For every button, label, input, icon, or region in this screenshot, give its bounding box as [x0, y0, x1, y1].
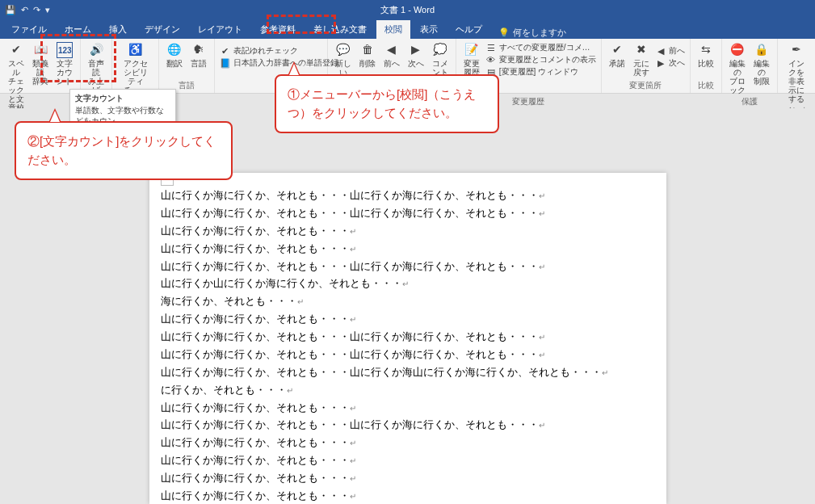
- tell-me-label: 何をしますか: [513, 27, 566, 39]
- document-line[interactable]: 山に行くか海に行くか、それとも・・・↵: [161, 488, 655, 504]
- accept-button[interactable]: ✔承諾: [607, 40, 628, 69]
- document-line[interactable]: 山に行くか海に行くか、それとも・・・↵: [161, 241, 655, 258]
- prev-comment-button[interactable]: ◀前へ: [381, 40, 402, 69]
- tab-mailings[interactable]: 差し込み文書: [305, 20, 375, 39]
- comment-icon: 💬: [335, 42, 351, 58]
- spelling-variants-button[interactable]: ✔表記ゆれチェック: [220, 45, 322, 57]
- accept-icon: ✔: [609, 42, 625, 58]
- redo-icon[interactable]: ↷: [33, 5, 40, 15]
- show-markup-dropdown[interactable]: 👁変更履歴とコメントの表示: [485, 54, 596, 65]
- display-for-review-dropdown[interactable]: ☰すべての変更履歴/コメ…: [485, 42, 596, 53]
- check-icon: ✔: [220, 45, 231, 57]
- dropdown-icon: ☰: [485, 42, 497, 53]
- track-icon: 📝: [464, 42, 480, 58]
- next-change-button[interactable]: ▶次へ: [655, 57, 685, 69]
- compare-button[interactable]: ⇆比較: [695, 40, 716, 69]
- group-ink: ✒インクを非表 示にする インク: [778, 39, 815, 93]
- reject-icon: ✖: [633, 42, 649, 58]
- tab-review[interactable]: 校閲: [376, 20, 410, 39]
- block-icon: ⛔: [729, 42, 746, 58]
- translate-button[interactable]: 🌐 翻訳: [164, 40, 185, 69]
- tab-layout[interactable]: レイアウト: [190, 20, 250, 39]
- group-proofing: ✔ スペル チェック と文章校正 📖 類義語 辞典 123 文字 カウント 文章…: [0, 39, 81, 93]
- next-comment-button[interactable]: ▶次へ: [405, 40, 426, 69]
- tab-help[interactable]: ヘルプ: [447, 20, 490, 39]
- quick-access-toolbar: 💾 ↶ ↷ ▾: [5, 5, 50, 15]
- readaloud-icon: 🔊: [88, 42, 104, 58]
- eye-icon: 👁: [485, 54, 497, 65]
- tab-design[interactable]: デザイン: [137, 20, 188, 39]
- group-compare: ⇆比較 比較: [691, 39, 722, 93]
- ime-register-button[interactable]: 📘日本語入力辞書への単語登録: [220, 57, 322, 69]
- document-line[interactable]: 山に行くか海に行くか、それとも・・・山に行くか海に行くか、それとも・・・↵: [161, 417, 655, 435]
- tab-home[interactable]: ホーム: [57, 20, 99, 39]
- prev-change-button[interactable]: ◀前へ: [655, 45, 685, 57]
- lock-icon: 🔒: [754, 42, 770, 58]
- document-page[interactable]: 山に行くか海に行くか、それとも・・・山に行くか海に行くか、それとも・・・↵山に行…: [149, 173, 666, 504]
- tab-file[interactable]: ファイル: [3, 20, 55, 39]
- document-line[interactable]: 山に行くか山に行くか海に行くか、それとも・・・↵: [161, 275, 655, 293]
- show-comments-icon: 💭: [432, 42, 448, 58]
- group-language: 🌐 翻訳 🗣 言語 言語: [159, 39, 215, 93]
- wordcount-icon: 123: [57, 42, 73, 58]
- restrict-editing-button[interactable]: 🔒編集の 制限: [751, 40, 772, 87]
- next-change-icon: ▶: [655, 57, 666, 69]
- titlebar: 💾 ↶ ↷ ▾ 文書 1 - Word: [0, 0, 815, 19]
- book-icon: 📘: [220, 57, 231, 69]
- callout-review-tab: ①メニューバーから[校閲]（こうえつ）をクリックしてください。: [275, 74, 499, 133]
- document-line[interactable]: 山に行くか海に行くか、それとも・・・山に行くか海山に行くか海に行くか、それとも・…: [161, 364, 655, 382]
- thesaurus-button[interactable]: 📖 類義語 辞典: [30, 40, 51, 87]
- language-button[interactable]: 🗣 言語: [188, 40, 209, 69]
- wordcount-button[interactable]: 123 文字 カウント: [54, 40, 75, 87]
- delete-icon: 🗑: [359, 42, 376, 58]
- document-line[interactable]: 山に行くか海に行くか、それとも・・・↵: [161, 223, 655, 241]
- ink-icon: ✒: [788, 42, 804, 58]
- block-authors-button[interactable]: ⛔編集の ブロック: [727, 40, 748, 96]
- accessibility-icon: ♿: [128, 42, 144, 58]
- menubar: ファイル ホーム 挿入 デザイン レイアウト 参考資料 差し込み文書 校閲 表示…: [0, 19, 815, 39]
- tell-me[interactable]: 💡 何をしますか: [498, 27, 566, 39]
- prev-change-icon: ◀: [655, 45, 666, 57]
- group-accessibility: ♿ アクセシビリティ チェック アクセシビリティ: [112, 39, 159, 93]
- delete-comment-button[interactable]: 🗑削除: [357, 40, 378, 69]
- document-line[interactable]: 山に行くか海に行くか、それとも・・・山に行くか海に行くか、それとも・・・↵: [161, 205, 655, 223]
- thesaurus-icon: 📖: [32, 42, 48, 58]
- document-line[interactable]: 山に行くか海に行くか、それとも・・・↵: [161, 470, 655, 488]
- reviewing-pane-dropdown[interactable]: ▤[変更履歴] ウィンドウ: [485, 66, 596, 78]
- document-line[interactable]: 山に行くか海に行くか、それとも・・・↵: [161, 435, 655, 452]
- group-changes: ✔承諾 ✖元に戻す ◀前へ ▶次へ 変更箇所: [602, 39, 691, 93]
- document-line[interactable]: 山に行くか海に行くか、それとも・・・山に行くか海に行くか、それとも・・・↵: [161, 258, 655, 276]
- language-icon: 🗣: [191, 42, 207, 58]
- tab-references[interactable]: 参考資料: [252, 20, 304, 39]
- group-protect: ⛔編集の ブロック 🔒編集の 制限 保護: [722, 39, 778, 93]
- next-icon: ▶: [408, 42, 424, 58]
- document-line[interactable]: 山に行くか海に行くか、それとも・・・↵: [161, 452, 655, 470]
- document-line[interactable]: 山に行くか海に行くか、それとも・・・山に行くか海に行くか、それとも・・・↵: [161, 329, 655, 346]
- save-icon[interactable]: 💾: [5, 5, 16, 15]
- reject-button[interactable]: ✖元に戻す: [631, 40, 652, 78]
- lightbulb-icon: 💡: [498, 27, 510, 38]
- compare-icon: ⇆: [698, 42, 714, 58]
- translate-icon: 🌐: [166, 42, 183, 58]
- tab-view[interactable]: 表示: [412, 20, 446, 39]
- group-speech: 🔊 音声読 み上げ 音声: [81, 39, 112, 93]
- document-line[interactable]: 海に行くか、それとも・・・↵: [161, 293, 655, 311]
- document-line[interactable]: 山に行くか海に行くか、それとも・・・山に行くか海に行くか、それとも・・・↵: [161, 346, 655, 364]
- prev-icon: ◀: [384, 42, 400, 58]
- document-line[interactable]: に行くか、それとも・・・↵: [161, 382, 655, 400]
- qat-dropdown-icon[interactable]: ▾: [45, 5, 50, 15]
- window-title: 文書 1 - Word: [380, 4, 435, 16]
- document-line[interactable]: 山に行くか海に行くか、それとも・・・↵: [161, 400, 655, 418]
- undo-icon[interactable]: ↶: [21, 5, 28, 15]
- spellcheck-icon: ✔: [8, 42, 24, 58]
- hide-ink-button[interactable]: ✒インクを非表 示にする: [783, 40, 810, 105]
- tab-insert[interactable]: 挿入: [101, 20, 135, 39]
- readaloud-button[interactable]: 🔊 音声読 み上げ: [86, 40, 107, 96]
- document-line[interactable]: 山に行くか海に行くか、それとも・・・山に行くか海に行くか、それとも・・・↵: [161, 187, 655, 205]
- document-line[interactable]: 山に行くか海に行くか、それとも・・・↵: [161, 311, 655, 329]
- callout-wordcount: ②[文字カウント]をクリックしてください。: [15, 121, 233, 180]
